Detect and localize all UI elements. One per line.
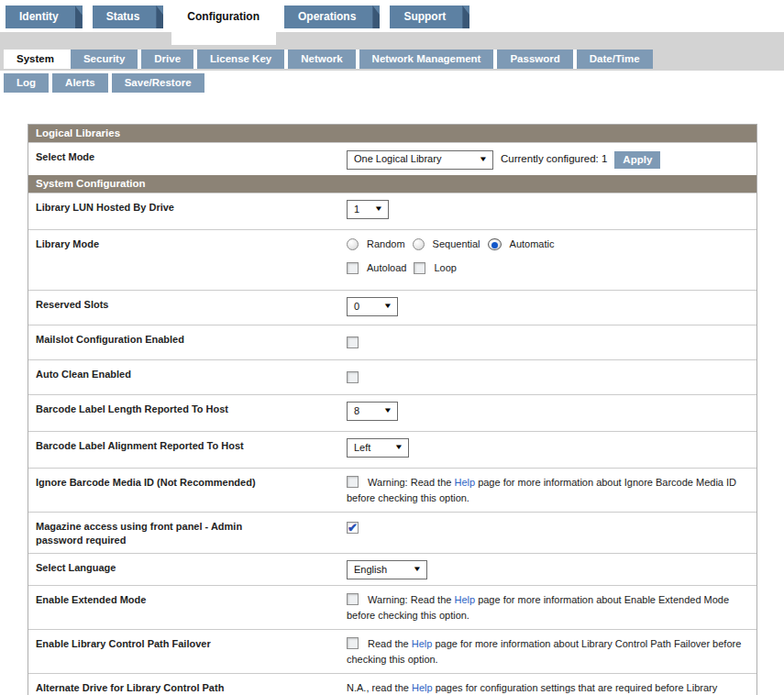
- apply-button[interactable]: Apply: [614, 151, 660, 169]
- checkbox-label: Autoload: [367, 260, 406, 276]
- row-mailslot: Mailslot Configuration Enabled: [28, 325, 756, 359]
- subtab-label: Log: [17, 77, 36, 88]
- auto-clean-checkbox[interactable]: [347, 371, 359, 383]
- control-path-failover-checkbox[interactable]: [347, 637, 359, 649]
- autoload-checkbox[interactable]: [347, 262, 359, 274]
- checkbox-label: Loop: [434, 260, 456, 276]
- tab-status[interactable]: Status: [91, 4, 166, 30]
- currently-configured-text: Currently configured: 1: [501, 151, 607, 168]
- row-label: Ignore Barcode Media ID (Not Recommended…: [28, 469, 345, 512]
- radio-automatic[interactable]: [488, 238, 502, 250]
- language-dropdown[interactable]: English▼: [347, 560, 427, 579]
- dropdown-value: One Logical Library: [354, 151, 441, 167]
- row-label: Library LUN Hosted By Drive: [28, 193, 345, 229]
- help-link-extended-mode[interactable]: Help: [454, 594, 475, 605]
- radio-sequential[interactable]: [413, 238, 425, 250]
- row-label: Magazine access using front panel - Admi…: [28, 513, 285, 553]
- subtab-license-key[interactable]: License Key: [193, 50, 284, 69]
- tab-support[interactable]: Support: [388, 4, 471, 30]
- row-control-path-failover: Enable Library Control Path Failover Rea…: [28, 629, 756, 673]
- subtab-label: Network: [301, 53, 342, 64]
- subtab-date-time[interactable]: Date/Time: [573, 50, 653, 69]
- row-ignore-barcode: Ignore Barcode Media ID (Not Recommended…: [28, 468, 756, 512]
- help-link-control-path-failover[interactable]: Help: [412, 638, 433, 649]
- dropdown-value: 0: [354, 299, 359, 314]
- subtab-drive[interactable]: Drive: [138, 50, 193, 69]
- help-link-alternate-drive[interactable]: Help: [412, 682, 433, 693]
- row-magazine-access: Magazine access using front panel - Admi…: [28, 512, 756, 553]
- subtab-label: Password: [510, 53, 559, 64]
- loop-checkbox[interactable]: [414, 262, 425, 274]
- dropdown-arrow-icon: ▼: [383, 405, 392, 416]
- reserved-slots-dropdown[interactable]: 0▼: [347, 297, 398, 316]
- help-link-ignore-barcode[interactable]: Help: [454, 477, 475, 488]
- dropdown-arrow-icon: ▼: [413, 564, 422, 575]
- tab-configuration[interactable]: Configuration: [171, 4, 276, 45]
- dropdown-value: 8: [354, 403, 359, 419]
- row-select-mode: Select Mode One Logical Library▼ Current…: [28, 142, 756, 175]
- row-label: Reserved Slots: [28, 291, 345, 325]
- row-label: Library Mode: [28, 230, 345, 290]
- tab-identity[interactable]: Identity: [4, 4, 84, 30]
- subtab-system[interactable]: System: [4, 50, 67, 69]
- tab-operations[interactable]: Operations: [282, 4, 381, 30]
- info-text: N.A., read the: [347, 682, 409, 693]
- section-header-logical-libraries: Logical Libraries: [28, 125, 756, 142]
- row-label: Enable Library Control Path Failover: [28, 630, 345, 673]
- subtab-row-1: System Security Drive License Key Networ…: [4, 50, 784, 69]
- tab-label: Configuration: [187, 10, 259, 23]
- subtab-label: Drive: [154, 53, 181, 64]
- check-icon: ✔: [348, 519, 358, 537]
- dropdown-arrow-icon: ▼: [394, 442, 403, 453]
- row-label: Select Mode: [28, 143, 345, 175]
- row-label: Mailslot Configuration Enabled: [28, 325, 345, 359]
- primary-tabbar: Identity Status Configuration Operations…: [0, 0, 784, 30]
- subtab-label: Security: [83, 53, 125, 64]
- barcode-length-dropdown[interactable]: 8▼: [347, 402, 398, 421]
- row-auto-clean: Auto Clean Enabled: [28, 359, 756, 394]
- row-label: Enable Extended Mode: [28, 586, 345, 629]
- subtab-log[interactable]: Log: [4, 73, 49, 93]
- select-mode-dropdown[interactable]: One Logical Library▼: [347, 150, 493, 170]
- subtab-label: System: [17, 53, 54, 64]
- row-barcode-alignment: Barcode Label Alignment Reported To Host…: [28, 431, 756, 468]
- row-label: Barcode Label Length Reported To Host: [28, 395, 345, 431]
- subtab-row-2: Log Alerts Save/Restore: [0, 73, 784, 93]
- mailslot-checkbox[interactable]: [347, 336, 359, 348]
- row-select-language: Select Language English▼: [28, 553, 756, 585]
- row-library-lun: Library LUN Hosted By Drive 1▼: [28, 193, 756, 229]
- radio-random[interactable]: [347, 238, 359, 250]
- radio-label: Random: [367, 237, 405, 252]
- subtab-security[interactable]: Security: [67, 50, 138, 69]
- tab-label: Operations: [298, 10, 356, 23]
- subtab-network-management[interactable]: Network Management: [356, 50, 494, 69]
- library-lun-dropdown[interactable]: 1▼: [347, 200, 389, 219]
- extended-mode-checkbox[interactable]: [347, 593, 359, 605]
- row-label: Alternate Drive for Library Control Path: [28, 674, 345, 695]
- radio-label: Sequential: [433, 237, 480, 252]
- barcode-alignment-dropdown[interactable]: Left▼: [347, 438, 409, 458]
- magazine-access-checkbox[interactable]: ✔: [347, 522, 359, 534]
- subtab-password[interactable]: Password: [493, 50, 572, 69]
- row-alternate-drive: Alternate Drive for Library Control Path…: [28, 673, 756, 695]
- section-header-system-configuration: System Configuration: [28, 175, 756, 193]
- ignore-barcode-checkbox[interactable]: [347, 476, 359, 488]
- subtab-label: License Key: [210, 53, 271, 64]
- row-extended-mode: Enable Extended Mode Warning: Read the H…: [28, 585, 756, 629]
- tab-label: Identity: [19, 10, 59, 23]
- row-barcode-length: Barcode Label Length Reported To Host 8▼: [28, 394, 756, 431]
- row-label: Select Language: [28, 554, 345, 585]
- dropdown-arrow-icon: ▼: [479, 154, 488, 165]
- subtab-alerts[interactable]: Alerts: [49, 73, 108, 93]
- tab-label: Status: [106, 10, 140, 23]
- subtab-network[interactable]: Network: [284, 50, 355, 69]
- warning-text: Warning: Read the: [368, 477, 451, 488]
- info-text: Read the: [368, 638, 409, 649]
- dropdown-value: English: [354, 562, 387, 578]
- dropdown-value: 1: [354, 202, 359, 217]
- row-label: Auto Clean Enabled: [28, 360, 345, 394]
- subtab-band: System Security Drive License Key Networ…: [0, 32, 784, 71]
- row-reserved-slots: Reserved Slots 0▼: [28, 290, 756, 325]
- subtab-save-restore[interactable]: Save/Restore: [108, 73, 204, 93]
- subtab-label: Date/Time: [590, 53, 640, 64]
